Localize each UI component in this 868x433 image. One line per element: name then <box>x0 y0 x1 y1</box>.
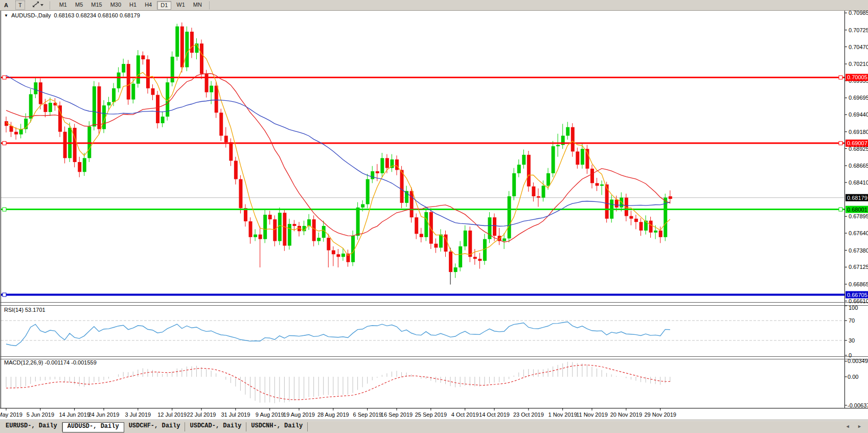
timeframe-button-m1[interactable]: M1 <box>56 1 70 9</box>
price-axis-label: 0.68665 <box>849 163 868 169</box>
tab-scroll-arrows[interactable]: ◄ ► <box>846 424 865 429</box>
candle-body <box>190 32 194 53</box>
candle-body <box>175 27 179 57</box>
candle-body <box>527 155 531 187</box>
candle-body <box>400 170 404 202</box>
candle-body <box>395 159 399 170</box>
candle-body <box>312 219 316 241</box>
candle-body <box>546 173 550 186</box>
date-axis-label: 6 Sep 2019 <box>353 412 382 418</box>
candle-body <box>268 215 272 219</box>
date-axis-label: 27 May 2019 <box>0 412 22 418</box>
macd-axis-label: 0.00 <box>848 374 858 380</box>
candle-body <box>385 158 389 168</box>
candle-body <box>112 88 116 102</box>
candle-body <box>229 142 233 161</box>
chart-title: ▼ AUDUSD-,Daily 0.68163 0.68234 0.68160 … <box>4 12 140 18</box>
candle-body <box>454 267 458 272</box>
timeframe-button-d1[interactable]: D1 <box>157 1 171 10</box>
date-axis-label: 4 Oct 2019 <box>451 412 479 418</box>
candle-body <box>127 64 130 100</box>
candle-body <box>380 158 384 173</box>
price-axis-label: 0.70725 <box>849 27 868 33</box>
candle-body <box>161 117 165 123</box>
line-handle[interactable] <box>839 76 842 79</box>
date-axis-label: 25 Sep 2019 <box>415 412 447 418</box>
line-price-badge-label: 0.68001 <box>847 207 867 213</box>
candle-body <box>493 217 496 236</box>
candle-body <box>180 27 184 67</box>
candle-body <box>63 132 67 158</box>
date-axis-label: 24 Jun 2019 <box>88 412 120 418</box>
rsi-indicator-label: RSI(14) 53.1701 <box>4 307 45 313</box>
candle-body <box>117 73 121 88</box>
candle-body <box>473 257 477 259</box>
candle-body <box>19 129 23 134</box>
candle-body <box>366 179 370 204</box>
candle-body <box>273 219 277 241</box>
line-price-badge-label: 0.66705 <box>847 292 867 298</box>
date-axis-label: 29 Nov 2019 <box>645 412 676 418</box>
date-axis-label: 31 Jul 2019 <box>221 412 250 418</box>
candle-body <box>327 238 330 250</box>
macd-axis-label: -0.00637 <box>848 402 868 408</box>
candle-body <box>459 246 462 267</box>
candle-body <box>429 212 433 244</box>
line-price-badge-label: 0.70005 <box>847 74 867 80</box>
line-handle[interactable] <box>3 76 6 79</box>
price-axis-label: 0.69180 <box>849 129 868 135</box>
candle-body <box>224 135 228 142</box>
price-axis-label: 0.67640 <box>849 230 868 236</box>
candle-body <box>434 244 438 248</box>
price-axis-label: 0.67895 <box>849 213 868 219</box>
candle-body <box>131 84 135 100</box>
candle-body <box>532 187 535 196</box>
line-handle[interactable] <box>3 293 6 297</box>
candle-body <box>649 221 653 233</box>
annotate-a-button[interactable]: A <box>2 1 11 9</box>
candle-body <box>254 235 257 237</box>
candle-body <box>146 59 150 88</box>
candle-body <box>151 88 155 95</box>
candle-body <box>87 126 91 158</box>
line-handle[interactable] <box>839 208 842 211</box>
candle-body <box>83 158 86 172</box>
timeframe-button-m15[interactable]: M15 <box>88 1 105 9</box>
candle-body <box>336 254 340 257</box>
candle-body <box>356 208 360 236</box>
candle-body <box>361 204 364 207</box>
timeframe-button-h4[interactable]: H4 <box>142 1 155 9</box>
candle-body <box>73 128 77 162</box>
text-tool-button[interactable]: T <box>15 1 25 10</box>
candle-body <box>537 196 540 198</box>
line-handle[interactable] <box>3 142 6 145</box>
chart-tab-usdchf[interactable]: USDCHF-, Daily <box>124 422 186 431</box>
line-handle[interactable] <box>839 142 842 145</box>
candle-body <box>644 221 648 231</box>
timeframe-button-w1[interactable]: W1 <box>173 1 188 9</box>
chart-tab-audusd[interactable]: AUDUSD-, Daily <box>62 422 124 432</box>
chart-tab-eurusd[interactable]: EURUSD-, Daily <box>1 422 62 431</box>
chart-tab-usdcnh[interactable]: USDCNH-, Daily <box>246 422 308 431</box>
rsi-axis-label: 70 <box>849 317 855 324</box>
timeframe-button-m30[interactable]: M30 <box>107 1 124 9</box>
timeframe-button-mn[interactable]: MN <box>190 1 205 9</box>
price-axis-label: 0.67380 <box>849 247 868 254</box>
candle-body <box>464 231 467 246</box>
macd-axis-label: 0.00349 <box>848 358 868 364</box>
candle-body <box>659 231 663 237</box>
date-axis-label: 3 Jul 2019 <box>125 412 151 418</box>
toolbar-separator <box>209 2 213 9</box>
cursor-mode-button[interactable] <box>30 1 46 9</box>
candle-body <box>93 86 96 127</box>
candle-body <box>332 250 335 255</box>
timeframe-button-m5[interactable]: M5 <box>72 1 86 9</box>
price-axis-label: 0.68410 <box>849 179 868 186</box>
date-axis-label: 23 Oct 2019 <box>513 412 544 418</box>
line-handle[interactable] <box>3 208 6 211</box>
collapse-triangle-icon[interactable]: ▼ <box>4 13 8 18</box>
candle-body <box>210 86 213 93</box>
line-price-badge-label: 0.69007 <box>847 140 867 146</box>
timeframe-button-h1[interactable]: H1 <box>126 1 140 9</box>
chart-tab-usdcad[interactable]: USDCAD-, Daily <box>185 422 246 431</box>
